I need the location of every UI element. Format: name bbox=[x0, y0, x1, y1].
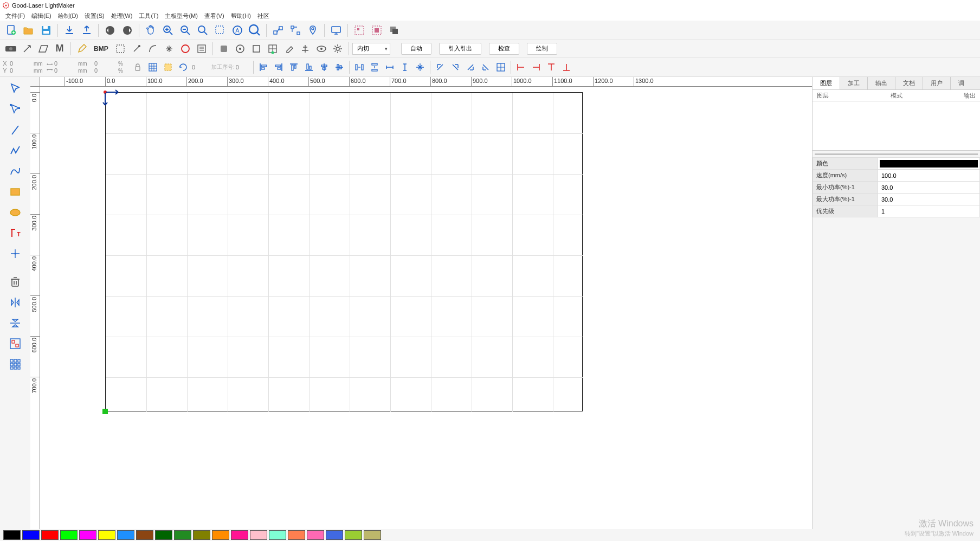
height-value[interactable]: 0 bbox=[53, 67, 77, 74]
save-file-button[interactable] bbox=[38, 22, 54, 38]
mirror-h-tool[interactable] bbox=[5, 294, 25, 311]
menu-draw[interactable]: 绘制(D) bbox=[55, 12, 81, 20]
tab-output[interactable]: 输出 bbox=[868, 77, 895, 89]
snap-button[interactable] bbox=[270, 22, 286, 38]
preview-button[interactable] bbox=[314, 42, 329, 56]
property-value[interactable]: 1 bbox=[878, 205, 980, 217]
corner-br-button[interactable] bbox=[463, 60, 478, 74]
crosshair-tool[interactable] bbox=[5, 245, 25, 262]
lock-aspect-button[interactable] bbox=[130, 60, 145, 74]
property-value[interactable]: 30.0 bbox=[878, 182, 980, 194]
corner-bl-button[interactable] bbox=[478, 60, 493, 74]
align-right-button[interactable] bbox=[271, 60, 286, 74]
position-button[interactable] bbox=[305, 22, 321, 38]
align-hcenter-button[interactable] bbox=[317, 60, 332, 74]
color-swatch[interactable] bbox=[326, 530, 343, 540]
select-box-button[interactable] bbox=[160, 60, 176, 74]
menu-settings[interactable]: 设置(S) bbox=[81, 12, 108, 20]
pan-button[interactable] bbox=[143, 22, 159, 38]
rotate-button[interactable] bbox=[176, 60, 191, 74]
layout-tool[interactable] bbox=[5, 335, 25, 352]
guide-v-bottom-button[interactable] bbox=[559, 60, 574, 74]
edit-brush-button[interactable] bbox=[74, 42, 89, 56]
property-value[interactable]: 30.0 bbox=[878, 194, 980, 205]
anchor-grid-button[interactable] bbox=[145, 60, 160, 74]
circle-dot-button[interactable] bbox=[233, 42, 248, 56]
menu-tools[interactable]: 工具(T) bbox=[136, 12, 162, 20]
color-swatch[interactable] bbox=[269, 530, 286, 540]
new-file-button[interactable] bbox=[3, 22, 20, 38]
menu-help[interactable]: 帮助(H) bbox=[228, 12, 254, 20]
import-export-button[interactable]: 引入引出 bbox=[439, 43, 481, 55]
redo-button[interactable] bbox=[119, 22, 136, 38]
bezier-tool[interactable] bbox=[5, 163, 25, 180]
rectangle-tool[interactable] bbox=[5, 183, 25, 201]
menu-view[interactable]: 查看(V) bbox=[201, 12, 228, 20]
fill-button[interactable] bbox=[216, 42, 231, 56]
guide-h-left-button[interactable] bbox=[513, 60, 528, 74]
align-vcenter-button[interactable] bbox=[332, 60, 347, 74]
menu-file[interactable]: 文件(F) bbox=[2, 12, 28, 20]
color-swatch[interactable] bbox=[364, 530, 381, 540]
align-center-button[interactable] bbox=[298, 42, 313, 56]
auto-button[interactable]: 自动 bbox=[401, 43, 431, 55]
scale-x-value[interactable]: 0 bbox=[93, 60, 117, 67]
distribute-h-button[interactable] bbox=[352, 60, 367, 74]
x-value[interactable]: 0 bbox=[9, 60, 33, 67]
color-swatch[interactable] bbox=[136, 530, 153, 540]
select-tool[interactable] bbox=[5, 80, 25, 98]
property-value[interactable] bbox=[878, 158, 980, 170]
grid-target-button[interactable] bbox=[493, 60, 508, 74]
monitor-button[interactable] bbox=[328, 22, 344, 38]
node-edit-button[interactable] bbox=[287, 22, 304, 38]
color-swatch[interactable] bbox=[60, 530, 78, 540]
guide-v-top-button[interactable] bbox=[544, 60, 559, 74]
text-tool[interactable]: T bbox=[5, 224, 25, 242]
export-button[interactable] bbox=[79, 22, 95, 38]
distribute-v-button[interactable] bbox=[367, 60, 382, 74]
color-swatch[interactable] bbox=[212, 530, 229, 540]
zoom-selection-button[interactable] bbox=[212, 22, 228, 38]
rotate-value[interactable]: 0 bbox=[191, 64, 207, 70]
panel-divider[interactable] bbox=[815, 153, 978, 155]
align-bottom-button[interactable] bbox=[301, 60, 317, 74]
tab-user[interactable]: 用户 bbox=[923, 77, 951, 89]
zoom-out-button[interactable] bbox=[177, 22, 194, 38]
mirror-v-tool[interactable] bbox=[5, 314, 25, 332]
menu-process[interactable]: 处理(W) bbox=[108, 12, 136, 20]
undo-button[interactable] bbox=[102, 22, 118, 38]
grid-button[interactable] bbox=[265, 42, 280, 56]
layer-list[interactable] bbox=[813, 102, 980, 151]
tab-document[interactable]: 文档 bbox=[895, 77, 923, 89]
color-swatch[interactable] bbox=[250, 530, 267, 540]
menu-board[interactable]: 主板型号(M) bbox=[162, 12, 201, 20]
color-swatch[interactable] bbox=[288, 530, 305, 540]
list-button[interactable] bbox=[194, 42, 209, 56]
star-button[interactable] bbox=[162, 42, 177, 56]
text-m-button[interactable]: M bbox=[52, 42, 67, 56]
canvas-area[interactable]: -100.00.0100.0200.0300.0400.0500.0600.07… bbox=[30, 77, 812, 529]
layer-stack-button[interactable] bbox=[386, 22, 402, 38]
open-file-button[interactable] bbox=[21, 22, 37, 38]
same-height-button[interactable] bbox=[397, 60, 412, 74]
ellipse-tool[interactable] bbox=[5, 204, 25, 221]
align-top-button[interactable] bbox=[286, 60, 301, 74]
scale-y-value[interactable]: 0 bbox=[93, 67, 117, 74]
color-swatch[interactable] bbox=[98, 530, 115, 540]
layer-box2-button[interactable] bbox=[369, 22, 385, 38]
rect-button[interactable] bbox=[249, 42, 264, 56]
y-value[interactable]: 0 bbox=[9, 67, 33, 74]
line-tool[interactable] bbox=[5, 121, 25, 139]
import-button[interactable] bbox=[61, 22, 78, 38]
wand-button[interactable] bbox=[129, 42, 144, 56]
check-button[interactable]: 检查 bbox=[489, 43, 519, 55]
same-width-button[interactable] bbox=[382, 60, 397, 74]
color-swatch[interactable] bbox=[307, 530, 324, 540]
tab-layer[interactable]: 图层 bbox=[813, 77, 840, 89]
menu-community[interactable]: 社区 bbox=[254, 12, 273, 20]
array-tool[interactable] bbox=[5, 356, 25, 373]
delete-tool[interactable] bbox=[5, 273, 25, 291]
color-swatch[interactable] bbox=[22, 530, 40, 540]
parallelogram-button[interactable] bbox=[36, 42, 51, 56]
line-arrow-button[interactable] bbox=[20, 42, 35, 56]
